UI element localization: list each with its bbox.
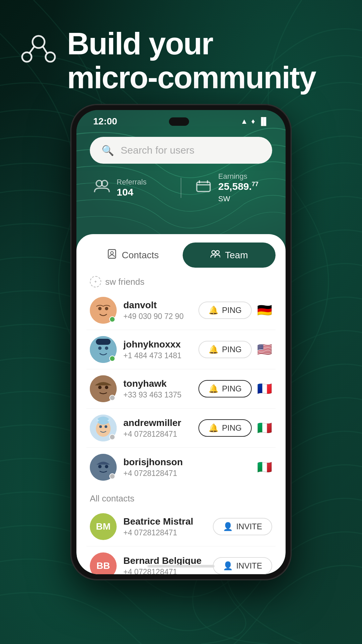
phone-mockup: 12:00 ▲ ♦ ▐▌ 🔍 Search for users	[70, 104, 292, 580]
earnings-currency: SW	[218, 195, 230, 203]
svg-point-24	[99, 425, 102, 428]
team-members-list: danvolt +49 030 90 72 90 🔔 PING 🇩🇪	[76, 291, 286, 487]
user-name-johnyknoxxx: johnyknoxxx	[123, 339, 192, 350]
user-name-danvolt: danvolt	[123, 300, 192, 311]
tab-team[interactable]: Team	[183, 243, 276, 268]
referrals-stat: Referrals 104	[93, 178, 167, 198]
invite-label-beatrice: INVITE	[236, 522, 262, 531]
user-info-borisjhonson: borisjhonson +4 0728128471	[123, 457, 250, 478]
status-time: 12:00	[93, 116, 117, 127]
user-phone-bernard: +4 0728128471	[123, 568, 206, 575]
hero-title-line2: micro-community	[67, 61, 316, 95]
user-item-johnyknoxxx: johnyknoxxx +1 484 473 1481 🔔 PING 🇺🇸	[86, 330, 276, 369]
user-info-beatrice: Beatrice Mistral +4 0728128471	[123, 516, 206, 537]
referrals-label: Referrals	[117, 178, 146, 186]
user-item-bernard: BB Bernard Belgique +4 0728128471 👤 INVI…	[86, 546, 276, 574]
content-card: Contacts Team	[76, 234, 286, 574]
bell-icon-johnyknoxxx: 🔔	[208, 345, 219, 354]
search-container: 🔍 Search for users	[90, 137, 272, 164]
bell-icon-danvolt: 🔔	[208, 306, 219, 315]
ping-button-danvolt[interactable]: 🔔 PING	[198, 302, 252, 319]
stats-divider	[181, 178, 181, 198]
flag-danvolt: 🇩🇪	[257, 303, 272, 317]
earnings-icon	[195, 178, 212, 198]
user-phone-johnyknoxxx: +1 484 473 1481	[123, 351, 192, 360]
avatar-initials-beatrice: BM	[96, 521, 111, 532]
invite-button-bernard[interactable]: 👤 INVITE	[213, 557, 272, 574]
avatar-initials-bernard: BB	[97, 560, 110, 571]
ping-label-danvolt: PING	[222, 306, 242, 315]
ping-label-johnyknoxxx: PING	[222, 345, 242, 354]
flag-borisjhonson: 🇮🇹	[257, 460, 272, 474]
svg-line-3	[29, 47, 34, 53]
user-phone-borisjhonson: +4 0728128471	[123, 469, 250, 478]
contacts-tab-label: Contacts	[122, 250, 159, 261]
svg-point-28	[98, 465, 102, 468]
stats-row: Referrals 104 Earnings	[76, 164, 286, 212]
hero-title-line1: Build your	[67, 27, 316, 61]
svg-point-20	[98, 386, 102, 389]
user-name-tonyhawk: tonyhawk	[123, 378, 192, 389]
user-actions-andrewmiller: 🔔 PING 🇮🇹	[198, 419, 272, 437]
bell-icon-tonyhawk: 🔔	[208, 384, 219, 393]
avatar-wrapper-bernard: BB	[90, 552, 117, 574]
referrals-value: 104	[117, 186, 146, 198]
user-info-johnyknoxxx: johnyknoxxx +1 484 473 1481	[123, 339, 192, 360]
avatar-wrapper-johnyknoxxx	[90, 336, 117, 363]
battery-icon: ▐▌	[258, 117, 269, 126]
svg-point-11	[216, 251, 219, 254]
ping-label-andrewmiller: PING	[222, 423, 242, 433]
search-bar[interactable]: 🔍 Search for users	[90, 137, 272, 164]
online-indicator-tonyhawk	[109, 395, 115, 401]
earnings-decimal: 77	[252, 181, 258, 187]
svg-point-2	[46, 52, 55, 62]
tab-contacts[interactable]: Contacts	[86, 243, 179, 268]
svg-point-17	[105, 346, 108, 350]
earnings-stat: Earnings 25,589.77 SW	[195, 172, 269, 204]
avatar-wrapper-danvolt	[90, 297, 117, 324]
user-name-beatrice: Beatrice Mistral	[123, 516, 206, 527]
user-actions-johnyknoxxx: 🔔 PING 🇺🇸	[198, 341, 272, 358]
bell-icon-andrewmiller: 🔔	[208, 423, 219, 433]
contacts-list: BM Beatrice Mistral +4 0728128471 👤 INVI…	[76, 507, 286, 574]
earnings-main: 25,589.	[218, 181, 252, 192]
user-phone-danvolt: +49 030 90 72 90	[123, 312, 192, 321]
user-name-borisjhonson: borisjhonson	[123, 457, 250, 468]
tabs-row: Contacts Team	[76, 234, 286, 268]
referrals-icon	[93, 178, 111, 198]
avatar-bernard: BB	[90, 552, 117, 574]
search-placeholder-text: Search for users	[121, 145, 194, 156]
invite-button-beatrice[interactable]: 👤 INVITE	[213, 518, 272, 535]
user-phone-andrewmiller: +4 0728128471	[123, 430, 192, 439]
sw-friends-label: sw friends	[105, 277, 144, 287]
user-info-danvolt: danvolt +49 030 90 72 90	[123, 300, 192, 321]
ping-button-tonyhawk[interactable]: 🔔 PING	[198, 380, 252, 397]
earnings-text: Earnings 25,589.77 SW	[218, 172, 269, 204]
phone-screen: 12:00 ▲ ♦ ▐▌ 🔍 Search for users	[76, 110, 286, 574]
avatar-wrapper-tonyhawk	[90, 375, 117, 402]
flag-johnyknoxxx: 🇺🇸	[257, 342, 272, 357]
user-info-andrewmiller: andrewmiller +4 0728128471	[123, 418, 192, 439]
user-actions-tonyhawk: 🔔 PING 🇫🇷	[198, 380, 272, 397]
status-icons: ▲ ♦ ▐▌	[241, 117, 269, 126]
ping-button-johnyknoxxx[interactable]: 🔔 PING	[198, 341, 252, 358]
online-indicator-borisjhonson	[109, 473, 115, 479]
bottom-home-indicator	[147, 565, 215, 568]
ping-label-tonyhawk: PING	[222, 384, 242, 393]
all-contacts-label: All contacts	[90, 493, 134, 503]
contacts-tab-icon	[107, 249, 117, 261]
team-tab-icon	[210, 249, 220, 261]
earnings-value: 25,589.77 SW	[218, 181, 269, 204]
ping-button-andrewmiller[interactable]: 🔔 PING	[198, 419, 252, 437]
svg-line-4	[43, 47, 47, 53]
user-name-andrewmiller: andrewmiller	[123, 418, 192, 428]
user-actions-danvolt: 🔔 PING 🇩🇪	[198, 302, 272, 319]
referrals-text: Referrals 104	[117, 178, 146, 198]
avatar-wrapper-beatrice: BM	[90, 513, 117, 540]
hero-section: Build your micro-community	[20, 27, 342, 98]
online-indicator-andrewmiller	[109, 434, 115, 440]
user-item-danvolt: danvolt +49 030 90 72 90 🔔 PING 🇩🇪	[86, 291, 276, 330]
user-phone-tonyhawk: +33 93 463 1375	[123, 390, 192, 399]
svg-point-1	[22, 52, 32, 62]
wifi-icon: ♦	[251, 117, 255, 126]
